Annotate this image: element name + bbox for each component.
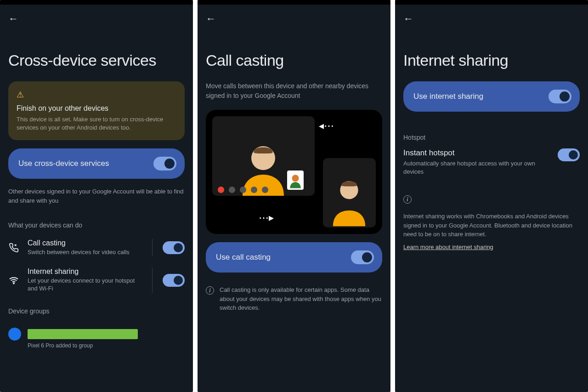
- instant-hotspot-switch[interactable]: [558, 148, 580, 161]
- status-bar: [395, 0, 588, 5]
- warning-icon: ⚠: [17, 90, 176, 100]
- switch-icon: [153, 157, 176, 170]
- setting-sub: Automatically share hotspot access with …: [403, 159, 550, 176]
- app-bar: ←: [198, 5, 390, 28]
- info-icon: i: [403, 195, 412, 204]
- divider: [152, 267, 153, 293]
- use-call-casting-toggle[interactable]: Use call casting: [206, 242, 382, 273]
- device-group-row[interactable]: [8, 328, 185, 341]
- internet-sharing-switch[interactable]: [163, 274, 185, 287]
- feature-title: Call casting: [28, 239, 142, 247]
- feature-sub: Switch between devices for video calls: [28, 249, 142, 256]
- warning-title: Finish on your other devices: [17, 104, 176, 113]
- toggle-label: Use internet sharing: [413, 92, 483, 101]
- app-bar: ←: [0, 5, 193, 28]
- feature-sub: Let your devices connect to your hotspot…: [28, 277, 142, 293]
- use-cross-device-toggle[interactable]: Use cross-device services: [8, 148, 185, 179]
- screen-cross-device: ← Cross-device services ⚠ Finish on your…: [0, 0, 193, 392]
- divider: [152, 239, 153, 256]
- info-block: i Call casting is only available for cer…: [206, 285, 382, 312]
- section-groups-label: Device groups: [8, 307, 185, 315]
- info-block: i Internet sharing works with Chromebook…: [403, 194, 580, 251]
- back-icon[interactable]: ←: [403, 13, 413, 25]
- cast-arrow-icon: ⋯▸: [259, 212, 274, 224]
- use-internet-sharing-toggle[interactable]: Use internet sharing: [403, 81, 580, 112]
- page-subtitle: Move calls between this device and other…: [206, 81, 382, 101]
- svg-point-0: [13, 283, 14, 284]
- switch-icon: [548, 90, 571, 103]
- setting-title: Instant hotspot: [403, 148, 550, 158]
- thumb-avatar: [287, 170, 304, 190]
- page-title: Call casting: [206, 51, 382, 69]
- call-casting-switch[interactable]: [163, 241, 185, 254]
- status-bar: [198, 0, 390, 5]
- section-hotspot-label: Hotspot: [403, 134, 580, 141]
- screen-internet-sharing: ← Internet sharing Use internet sharing …: [395, 0, 588, 392]
- section-features-label: What your devices can do: [8, 222, 185, 229]
- call-casting-illustration: ◂⋯ ⋯▸: [206, 110, 382, 234]
- toggle-label: Use call casting: [216, 253, 271, 262]
- switch-icon: [351, 250, 374, 264]
- back-icon[interactable]: ←: [206, 13, 216, 25]
- learn-more-link[interactable]: Learn more about internet sharing: [403, 243, 493, 252]
- pager-dots: [218, 187, 268, 193]
- device-group-caption: Pixel 6 Pro added to group: [28, 342, 185, 349]
- feature-call-casting[interactable]: Call casting Switch between devices for …: [8, 233, 185, 262]
- page-title: Cross-device services: [8, 51, 185, 69]
- info-text: Internet sharing works with Chromebooks …: [403, 213, 572, 238]
- feature-internet-sharing[interactable]: Internet sharing Let your devices connec…: [8, 262, 185, 298]
- app-bar: ←: [395, 5, 588, 28]
- info-text: Call casting is only available for certa…: [220, 285, 382, 312]
- helper-text: Other devices signed in to your Google A…: [8, 187, 185, 205]
- warning-card: ⚠ Finish on your other devices This devi…: [8, 81, 185, 140]
- svg-point-2: [292, 175, 299, 182]
- feature-title: Internet sharing: [28, 267, 142, 276]
- device-avatar-icon: [8, 328, 21, 341]
- page-title: Internet sharing: [403, 51, 580, 69]
- back-icon[interactable]: ←: [8, 13, 18, 25]
- redacted-device-name: [28, 329, 138, 339]
- status-bar: [0, 0, 193, 5]
- info-icon: i: [206, 286, 214, 295]
- wifi-icon: [8, 275, 19, 286]
- phone-icon: [8, 242, 19, 253]
- screen-call-casting: ← Call casting Move calls between this d…: [198, 0, 390, 392]
- toggle-label: Use cross-device services: [18, 159, 109, 168]
- instant-hotspot-row[interactable]: Instant hotspot Automatically share hots…: [403, 146, 580, 185]
- cast-arrow-icon: ◂⋯: [319, 120, 334, 132]
- warning-body: This device is all set. Make sure to tur…: [17, 115, 176, 132]
